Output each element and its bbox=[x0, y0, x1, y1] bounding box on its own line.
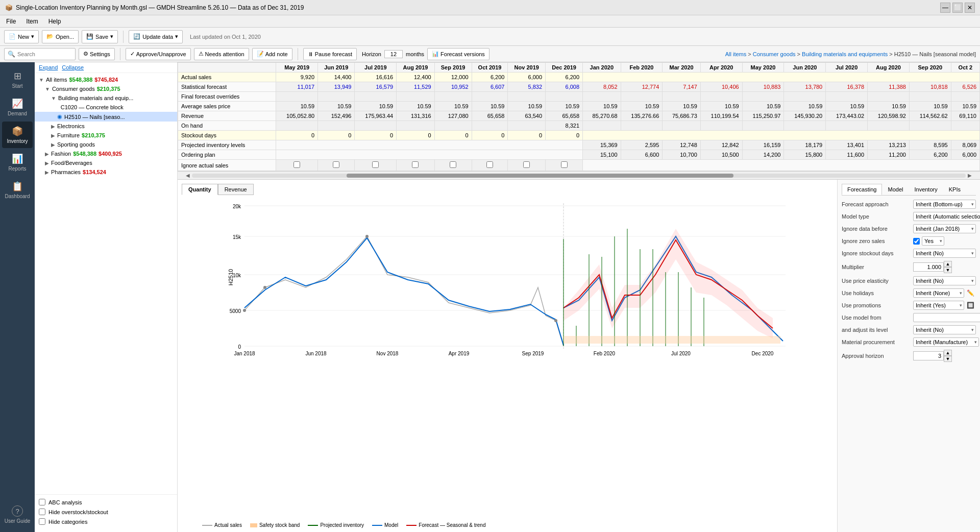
menu-file[interactable]: File bbox=[4, 17, 18, 26]
hide-categories-checkbox[interactable]: Hide categories bbox=[39, 518, 173, 525]
horizon-input[interactable] bbox=[384, 50, 403, 58]
select-material-procurement[interactable]: Inherit (Manufacture) bbox=[913, 337, 979, 347]
nav-user-guide[interactable]: ? User Guide bbox=[2, 501, 33, 528]
update-dropdown-arrow[interactable]: ▾ bbox=[175, 33, 178, 40]
cell-checkbox[interactable] bbox=[397, 160, 434, 171]
tab-quantity[interactable]: Quantity bbox=[182, 184, 218, 195]
data-point bbox=[243, 309, 246, 312]
tab-kpis[interactable]: KPIs bbox=[943, 184, 966, 195]
hide-categories-input[interactable] bbox=[39, 518, 45, 525]
select-adjust-level[interactable]: Inherit (No) bbox=[913, 325, 976, 334]
cell-checkbox[interactable] bbox=[508, 160, 546, 171]
breadcrumb-consumer-goods[interactable]: Consumer goods bbox=[753, 51, 796, 57]
open-button[interactable]: 📂 Open... bbox=[42, 30, 79, 43]
new-dropdown-arrow[interactable]: ▾ bbox=[31, 33, 34, 40]
cell-checkbox[interactable] bbox=[546, 160, 583, 171]
save-dropdown-arrow[interactable]: ▾ bbox=[110, 33, 113, 40]
hide-overstock-input[interactable] bbox=[39, 509, 45, 515]
cell-checkbox[interactable] bbox=[434, 160, 472, 171]
approve-button[interactable]: ✓ Approve/Unapprove bbox=[126, 48, 191, 60]
tab-revenue[interactable]: Revenue bbox=[218, 184, 254, 195]
ignore-checkbox-2[interactable] bbox=[333, 161, 339, 168]
ignore-checkbox-6[interactable] bbox=[486, 161, 493, 168]
tree-item-c1020[interactable]: C1020 — Concrete block bbox=[35, 103, 177, 112]
tree-item-pharmacies[interactable]: ▶ Pharmacies $134,524 bbox=[35, 167, 177, 177]
menu-item[interactable]: Item bbox=[24, 17, 40, 26]
add-note-button[interactable]: 📝 Add note bbox=[252, 48, 292, 60]
cell-checkbox[interactable] bbox=[355, 160, 397, 171]
expand-link[interactable]: Expand bbox=[39, 64, 58, 70]
update-data-button[interactable]: 🔄 Update data ▾ bbox=[129, 30, 183, 43]
tree-item-electronics[interactable]: ▶ Electronics bbox=[35, 122, 177, 131]
multiplier-input[interactable] bbox=[913, 262, 944, 272]
cell-checkbox[interactable] bbox=[276, 160, 318, 171]
select-forecast-approach[interactable]: Inherit (Bottom-up) bbox=[913, 200, 976, 209]
tree-item-consumer-goods[interactable]: ▼ Consumer goods $210,375 bbox=[35, 84, 177, 93]
cell-checkbox[interactable] bbox=[318, 160, 355, 171]
tree-item-food-beverages[interactable]: ▶ Food/Beverages bbox=[35, 158, 177, 167]
tree-item-fashion[interactable]: ▶ Fashion $548,388 $400,925 bbox=[35, 149, 177, 158]
maximize-button[interactable]: ⬜ bbox=[952, 3, 963, 13]
ignore-checkbox-8[interactable] bbox=[561, 161, 568, 168]
input-use-model-from[interactable] bbox=[913, 313, 980, 322]
approval-spin-down[interactable]: ▼ bbox=[944, 356, 952, 362]
approval-spin-up[interactable]: ▲ bbox=[944, 350, 952, 356]
nav-inventory[interactable]: 📦 Inventory bbox=[2, 122, 33, 148]
tab-model[interactable]: Model bbox=[882, 184, 909, 195]
tab-forecasting[interactable]: Forecasting bbox=[842, 184, 882, 195]
search-input[interactable] bbox=[17, 51, 72, 57]
approval-horizon-input[interactable] bbox=[913, 351, 944, 360]
nav-start[interactable]: ⊞ Start bbox=[2, 66, 33, 93]
tab-inventory[interactable]: Inventory bbox=[909, 184, 943, 195]
select-model-type[interactable]: Inherit (Automatic selection) bbox=[913, 212, 980, 221]
tree-item-building-materials[interactable]: ▼ Building materials and equip... bbox=[35, 93, 177, 103]
select-price-elasticity[interactable]: Inherit (No) bbox=[913, 276, 976, 285]
abc-analysis-checkbox[interactable]: ABC analysis bbox=[39, 499, 173, 505]
ignore-checkbox-7[interactable] bbox=[523, 161, 530, 168]
new-button[interactable]: 📄 New ▾ bbox=[4, 30, 39, 43]
close-button[interactable]: ✕ bbox=[965, 3, 975, 13]
collapse-link[interactable]: Collapse bbox=[62, 64, 84, 70]
scroll-left-arrow[interactable]: ◀ bbox=[186, 173, 190, 178]
forecast-versions-button[interactable]: 📊 Forecast versions bbox=[427, 48, 489, 60]
select-ignore-zero-sales[interactable]: Yes bbox=[922, 236, 944, 246]
pause-forecast-button[interactable]: ⏸ Pause forecast bbox=[303, 48, 357, 60]
ignore-checkbox-3[interactable] bbox=[372, 161, 379, 168]
abc-analysis-input[interactable] bbox=[39, 499, 45, 505]
checkbox-ignore-zero-sales[interactable] bbox=[913, 238, 920, 245]
scroll-right-arrow[interactable]: ▶ bbox=[968, 173, 972, 178]
ignore-checkbox-5[interactable] bbox=[450, 161, 456, 168]
horizontal-scrollbar[interactable]: ◀ ▶ bbox=[178, 172, 980, 180]
scroll-thumb[interactable] bbox=[347, 174, 733, 178]
select-ignore-stockout[interactable]: Inherit (No) bbox=[913, 249, 976, 258]
edit-promotions-button[interactable]: 🔲 bbox=[965, 301, 976, 309]
search-box[interactable]: 🔍 bbox=[4, 48, 76, 60]
menu-help[interactable]: Help bbox=[46, 17, 63, 26]
cell-checkbox[interactable] bbox=[472, 160, 508, 171]
save-button[interactable]: 💾 Save ▾ bbox=[82, 30, 118, 43]
spin-up-button[interactable]: ▲ bbox=[944, 261, 952, 267]
col-jul-2019: Jul 2019 bbox=[355, 63, 397, 72]
tree-item-all-items[interactable]: ▼ All items $548,388 $745,824 bbox=[35, 75, 177, 84]
spin-down-button[interactable]: ▼ bbox=[944, 267, 952, 273]
scroll-track[interactable] bbox=[192, 174, 966, 178]
ignore-checkbox-4[interactable] bbox=[412, 161, 419, 168]
settings-button[interactable]: ⚙ Settings bbox=[79, 48, 115, 60]
main-content: May 2019 Jun 2019 Jul 2019 Aug 2019 Sep … bbox=[178, 62, 980, 532]
tree-item-furniture[interactable]: ▶ Furniture $210,375 bbox=[35, 131, 177, 140]
tree-item-h2510[interactable]: ◉ H2510 — Nails [seaso... bbox=[35, 112, 177, 122]
select-promotions[interactable]: Inherit (Yes) bbox=[913, 301, 964, 310]
breadcrumb-all-items[interactable]: All items bbox=[725, 51, 747, 57]
edit-holidays-button[interactable]: ✏️ bbox=[965, 289, 976, 297]
breadcrumb-building-materials[interactable]: Building materials and equipments bbox=[802, 51, 888, 57]
needs-attention-button[interactable]: ⚠ Needs attention bbox=[194, 48, 249, 60]
select-holidays[interactable]: Inherit (None) bbox=[913, 288, 964, 298]
nav-reports[interactable]: 📊 Reports bbox=[2, 149, 33, 176]
hide-overstock-checkbox[interactable]: Hide overstock/stockout bbox=[39, 509, 173, 515]
tree-item-sporting-goods[interactable]: ▶ Sporting goods bbox=[35, 140, 177, 149]
ignore-checkbox-1[interactable] bbox=[293, 161, 300, 168]
nav-demand[interactable]: 📈 Demand bbox=[2, 94, 33, 120]
minimize-button[interactable]: — bbox=[940, 3, 950, 13]
select-ignore-data-before[interactable]: Inherit (Jan 2018) bbox=[913, 224, 976, 233]
nav-dashboard[interactable]: 📋 Dashboard bbox=[2, 177, 33, 203]
